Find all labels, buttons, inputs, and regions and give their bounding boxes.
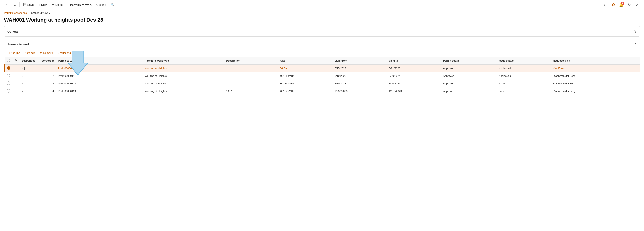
view-label: Standard view	[31, 11, 48, 14]
row-permit-type: Working at Heights	[143, 80, 224, 87]
row-select-cell[interactable]	[4, 72, 12, 80]
row-more-cell	[632, 80, 640, 87]
back-button[interactable]: ←	[3, 2, 11, 8]
new-button[interactable]: + New	[36, 2, 48, 8]
row-suspended-cell[interactable]: ✓	[20, 72, 40, 80]
col-desc-header[interactable]: Description	[224, 57, 278, 65]
row-suspended-cell[interactable]: ✓	[20, 87, 40, 95]
suspended-checkbox[interactable]: ✓	[22, 67, 25, 70]
row-permit-to-work[interactable]: Ptwk-00000139	[56, 87, 143, 95]
col-permit-status-header[interactable]: Permit status	[441, 57, 496, 65]
row-select-cell[interactable]	[4, 65, 12, 72]
row-valid-to: 5/21/2023	[387, 65, 441, 72]
row-site: 001SiloMBY	[278, 72, 332, 80]
row-circle-checkbox[interactable]	[7, 66, 10, 70]
general-section-header[interactable]: General ∨	[4, 26, 640, 36]
row-permit-to-work[interactable]: Ptwk-00000111	[56, 72, 143, 80]
row-suspended-cell[interactable]: ✓	[20, 65, 40, 72]
row-more-cell	[632, 72, 640, 80]
row-permit-to-work[interactable]: Ptwk-00000112	[56, 80, 143, 87]
col-refresh: ↻	[12, 57, 20, 65]
col-type-header[interactable]: Permit to work type	[143, 57, 224, 65]
refresh-button[interactable]: ↻	[626, 1, 633, 8]
row-description	[224, 80, 278, 87]
col-sort-order-header[interactable]: Sort order	[40, 57, 56, 65]
delete-button[interactable]: 🗑 Delete	[50, 2, 65, 8]
row-valid-from: 8/10/2023	[333, 72, 387, 80]
row-valid-from: 5/15/2023	[333, 65, 387, 72]
auto-add-button[interactable]: Auto add	[23, 51, 37, 56]
row-permit-to-work[interactable]: Ptwk-00000104∨	[56, 65, 143, 72]
save-button[interactable]: 💾 Save	[21, 2, 36, 8]
row-permit-status: Approved	[441, 65, 496, 72]
general-toggle-button[interactable]: ∨	[634, 29, 637, 34]
row-site: VASA	[278, 65, 332, 72]
office-icon-button[interactable]: O	[610, 1, 617, 8]
new-label: New	[41, 3, 47, 7]
row-permit-type: Working at Heights	[143, 65, 224, 72]
permit-link[interactable]: Ptwk-00000104	[58, 67, 76, 70]
row-refresh-cell	[12, 72, 20, 80]
refresh-col-icon[interactable]: ↻	[14, 59, 17, 62]
permits-toggle-button[interactable]: ∧	[634, 42, 637, 46]
breadcrumb: Permits to work pool | Standard view ∨	[0, 10, 644, 15]
col-permit-header[interactable]: Permit to work	[56, 57, 143, 65]
row-requested-by: Karl Frenz	[551, 65, 632, 72]
remove-button[interactable]: 🗑 Remove	[38, 51, 55, 56]
row-permit-status: Approved	[441, 87, 496, 95]
col-valid-from-header[interactable]: Valid from	[333, 57, 387, 65]
search-button[interactable]: 🔍	[109, 2, 116, 8]
col-select-all[interactable]	[4, 57, 12, 65]
col-suspended-header[interactable]: Suspended	[20, 57, 40, 65]
breadcrumb-pool-link[interactable]: Permits to work pool	[4, 11, 28, 14]
expand-button[interactable]: ⤢	[634, 1, 641, 8]
options-button[interactable]: Options	[94, 2, 108, 8]
col-requested-by-header[interactable]: Requested by	[551, 57, 632, 65]
select-all-checkbox[interactable]	[6, 59, 10, 62]
row-circle-checkbox[interactable]	[6, 81, 10, 85]
save-label: Save	[28, 3, 34, 7]
notification-button[interactable]: 🔔 0	[618, 1, 625, 8]
row-select-cell[interactable]	[4, 87, 12, 95]
row-circle-checkbox[interactable]	[6, 74, 10, 77]
suspended-checkmark: ✓	[22, 74, 24, 77]
row-site: 001SiloMBY	[278, 87, 332, 95]
row-permit-status: Approved	[441, 72, 496, 80]
row-sort-order: 1	[40, 65, 56, 72]
office-icon: O	[612, 3, 615, 7]
row-circle-checkbox[interactable]	[6, 89, 10, 93]
delete-label: Delete	[56, 3, 63, 7]
row-suspended-cell[interactable]: ✓	[20, 80, 40, 87]
row-select-cell[interactable]	[4, 80, 12, 87]
row-valid-from: 8/10/2023	[333, 80, 387, 87]
page-title: WAH001 Working at heights pool Des 23	[0, 15, 644, 26]
add-line-button[interactable]: + Add line	[6, 51, 22, 56]
menu-button[interactable]: ≡	[12, 2, 18, 8]
row-issue-status: Issued	[496, 80, 551, 87]
save-icon: 💾	[23, 3, 26, 7]
divider	[19, 3, 20, 7]
divider2	[67, 3, 67, 7]
table-header-row: ↻ Suspended Sort order Permit to work Pe…	[4, 57, 640, 65]
permit-type-link[interactable]: Working at Heights	[145, 67, 167, 70]
unsuspend-button[interactable]: Unsuspend	[56, 51, 73, 56]
row-site: 001SiloMBY	[278, 80, 332, 87]
permits-section-header[interactable]: Permits to work ∧	[4, 39, 640, 49]
toolbar: ← ≡ 💾 Save + New 🗑 Delete Permits to wor…	[0, 0, 644, 10]
diamond-icon: ◇	[604, 3, 607, 7]
col-issue-status-header[interactable]: Issue status	[496, 57, 551, 65]
col-valid-to-header[interactable]: Valid to	[387, 57, 441, 65]
menu-icon: ≡	[14, 3, 16, 7]
more-options-icon[interactable]: ⋮	[634, 59, 638, 63]
site-link[interactable]: VASA	[280, 67, 287, 70]
table-row: ✓2Ptwk-00000111Working at Heights001Silo…	[4, 72, 640, 80]
breadcrumb-view[interactable]: Standard view ∨	[31, 11, 50, 14]
diamond-icon-button[interactable]: ◇	[602, 1, 609, 8]
row-valid-from: 10/30/2023	[333, 87, 387, 95]
back-icon: ←	[5, 3, 9, 7]
row-permit-status: Approved	[441, 80, 496, 87]
options-label: Options	[96, 3, 106, 7]
permit-dropdown-arrow-icon[interactable]: ∨	[77, 67, 79, 70]
col-site-header[interactable]: Site	[278, 57, 332, 65]
requested-by-link[interactable]: Karl Frenz	[553, 67, 565, 70]
